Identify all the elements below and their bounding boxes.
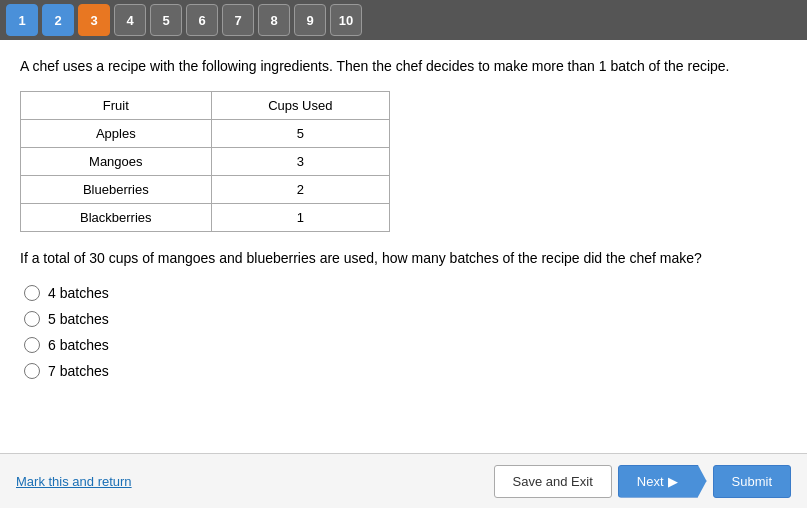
table-row: Apples5: [21, 120, 390, 148]
radio-opt2[interactable]: [24, 311, 40, 327]
table-row: Blackberries1: [21, 204, 390, 232]
ingredient-table: Fruit Cups Used Apples5Mangoes3Blueberri…: [20, 91, 390, 232]
cups-cell: 5: [211, 120, 389, 148]
intro-text: A chef uses a recipe with the following …: [20, 56, 787, 77]
fruit-cell: Apples: [21, 120, 212, 148]
nav-item-1[interactable]: 1: [6, 4, 38, 36]
nav-item-8[interactable]: 8: [258, 4, 290, 36]
nav-bar: 12345678910: [0, 0, 807, 40]
nav-item-5[interactable]: 5: [150, 4, 182, 36]
nav-item-7[interactable]: 7: [222, 4, 254, 36]
table-row: Blueberries2: [21, 176, 390, 204]
option-label-4: 7 batches: [48, 363, 109, 379]
table-row: Mangoes3: [21, 148, 390, 176]
submit-button[interactable]: Submit: [713, 465, 791, 498]
cups-cell: 1: [211, 204, 389, 232]
option-label-2: 5 batches: [48, 311, 109, 327]
nav-item-10[interactable]: 10: [330, 4, 362, 36]
next-arrow-icon: ▶: [668, 474, 678, 489]
nav-item-3[interactable]: 3: [78, 4, 110, 36]
main-content: A chef uses a recipe with the following …: [0, 40, 807, 453]
fruit-cell: Blueberries: [21, 176, 212, 204]
question-text: If a total of 30 cups of mangoes and blu…: [20, 248, 787, 269]
col-header-fruit: Fruit: [21, 92, 212, 120]
next-button[interactable]: Next ▶: [618, 465, 707, 498]
radio-opt3[interactable]: [24, 337, 40, 353]
option-label-1: 4 batches: [48, 285, 109, 301]
nav-item-6[interactable]: 6: [186, 4, 218, 36]
footer-buttons: Save and Exit Next ▶ Submit: [494, 465, 791, 498]
option-row-2[interactable]: 5 batches: [24, 311, 787, 327]
nav-item-4[interactable]: 4: [114, 4, 146, 36]
nav-item-2[interactable]: 2: [42, 4, 74, 36]
fruit-cell: Blackberries: [21, 204, 212, 232]
cups-cell: 3: [211, 148, 389, 176]
col-header-cups: Cups Used: [211, 92, 389, 120]
radio-opt4[interactable]: [24, 363, 40, 379]
option-row-1[interactable]: 4 batches: [24, 285, 787, 301]
radio-opt1[interactable]: [24, 285, 40, 301]
mark-and-return-button[interactable]: Mark this and return: [16, 474, 132, 489]
footer: Mark this and return Save and Exit Next …: [0, 453, 807, 508]
fruit-cell: Mangoes: [21, 148, 212, 176]
save-exit-button[interactable]: Save and Exit: [494, 465, 612, 498]
option-row-3[interactable]: 6 batches: [24, 337, 787, 353]
cups-cell: 2: [211, 176, 389, 204]
answer-options: 4 batches5 batches6 batches7 batches: [24, 285, 787, 379]
option-label-3: 6 batches: [48, 337, 109, 353]
option-row-4[interactable]: 7 batches: [24, 363, 787, 379]
nav-item-9[interactable]: 9: [294, 4, 326, 36]
